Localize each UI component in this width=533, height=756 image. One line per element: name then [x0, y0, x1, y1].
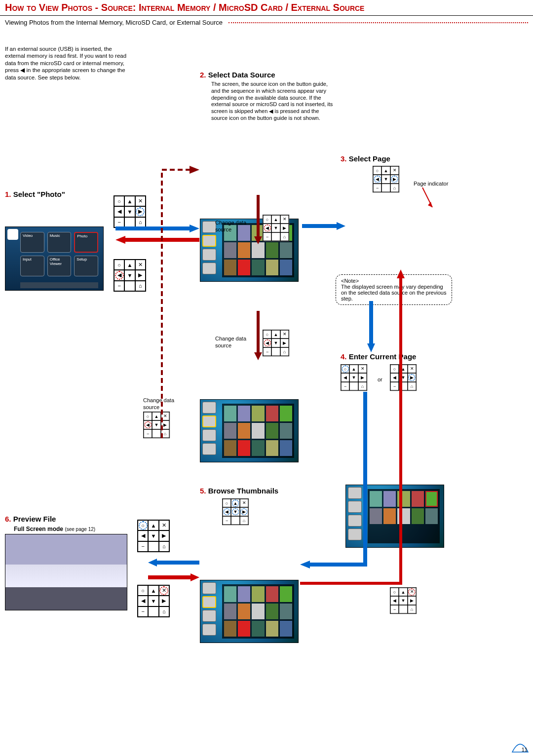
page-number: 11: [511, 735, 529, 753]
remote-step1-left: ○▲✕ ◀▼▶ −⌂: [114, 259, 146, 292]
step1-num: 1.: [5, 190, 11, 198]
logo-icon: [7, 229, 18, 240]
step6-title: Preview File: [13, 515, 56, 523]
step2-num: 2.: [200, 71, 206, 79]
step5-title: Browse Thumbnails: [208, 487, 279, 495]
step6-sub: Full Screen mode (see page 12): [14, 526, 95, 532]
step5-num: 5.: [200, 487, 206, 495]
page-title: How to View Photos - Source: Internal Me…: [5, 2, 528, 13]
step2-screen-b: [200, 399, 299, 462]
side-icon: [202, 429, 216, 441]
change-src-a: Change data source: [215, 220, 250, 233]
remote-step3: ○▲✕ ◀▼▶ −⌂: [373, 166, 399, 192]
arrow-6to5: [148, 559, 199, 567]
step1-title: Select "Photo": [13, 190, 65, 198]
arrow-5to3: [300, 269, 405, 587]
side-icon: [202, 582, 216, 594]
thumbnail-grid: [222, 584, 294, 639]
step3-heading: 3. Select Page: [341, 154, 390, 163]
step6-num: 6.: [5, 515, 11, 523]
thumbnail-grid: [222, 404, 294, 458]
side-icon: [202, 624, 216, 636]
remote-step6-o: ○▲✕ ◀▼▶ −⌂: [137, 520, 170, 552]
step3-num: 3.: [341, 154, 347, 163]
step6-preview-image: [5, 534, 127, 610]
svg-marker-13: [254, 352, 262, 360]
step6-sub-ref: (see page 12): [65, 527, 95, 532]
menu-music: Music: [47, 232, 72, 253]
svg-marker-18: [148, 559, 157, 567]
side-icon-selected: [202, 235, 216, 247]
menu-video: Video: [20, 232, 44, 253]
side-icon: [202, 402, 216, 414]
remote-step6-x: ○▲✕ ◀▼▶ −⌂: [137, 585, 170, 617]
step5-heading: 5. Browse Thumbnails: [200, 487, 278, 495]
svg-marker-16: [397, 269, 405, 278]
side-icon-selected: [202, 596, 216, 608]
remote-step5: ○▲✕ ◀▼▶ −⌂: [222, 498, 249, 525]
side-icon: [202, 443, 216, 455]
page-number-text: 11: [522, 747, 528, 753]
intro-note: If an external source (USB) is inserted,…: [5, 45, 133, 81]
change-src-b: Change data source: [215, 336, 250, 349]
arrow-2to3: [302, 222, 345, 230]
menu-hint-bar: [20, 282, 98, 288]
svg-marker-20: [190, 573, 199, 581]
svg-marker-7: [337, 222, 345, 230]
step6-sub-bold: Full Screen mode: [14, 526, 63, 532]
step2-heading: 2. Select Data Source: [200, 71, 275, 79]
step6-heading: 6. Preview File: [5, 515, 56, 523]
menu-office: Office Viewer: [47, 256, 72, 276]
side-icon: [202, 610, 216, 622]
menu-input: Input: [20, 256, 44, 276]
svg-marker-14: [190, 166, 199, 174]
remote-step1-right: ○▲✕ ◀▼▶ −⌂: [114, 195, 146, 228]
step1-heading: 1. Select "Photo": [5, 190, 65, 198]
menu-photo: Photo: [74, 232, 98, 253]
subtitle: Viewing Photos from the Internal Memory,…: [5, 19, 223, 26]
remote-step2a: ○▲✕ ◀▼▶ −⌂: [263, 215, 289, 241]
step1-screenshot: Video Music Photo Input Office Viewer Se…: [5, 227, 104, 291]
side-icon: [202, 221, 216, 233]
side-icon-selected: [202, 416, 216, 427]
side-icon: [202, 263, 216, 274]
svg-marker-5: [115, 236, 125, 244]
step2-title: Select Data Source: [208, 71, 275, 79]
divider: [0, 15, 533, 16]
arrow-changesrc-to1: [160, 164, 200, 438]
side-icon: [202, 249, 216, 261]
svg-marker-11: [254, 236, 262, 244]
arrow-2a-2b: [254, 195, 262, 244]
menu-setup: Setup: [74, 256, 98, 276]
arrow-2b-2c: [254, 311, 262, 360]
page-indicator-arrow: [411, 186, 435, 210]
remote-step2b: ○▲✕ ◀▼▶ −⌂: [263, 330, 289, 356]
step2-screen-c: [200, 580, 299, 643]
step3-title: Select Page: [349, 154, 390, 163]
dotted-leader: [228, 22, 528, 23]
step2-body: The screen, the source icon on the butto…: [211, 81, 337, 122]
remote-step5-x: ○▲✕ ◀▼▶ −⌂: [390, 587, 417, 614]
arrow-5to6: [148, 573, 199, 581]
